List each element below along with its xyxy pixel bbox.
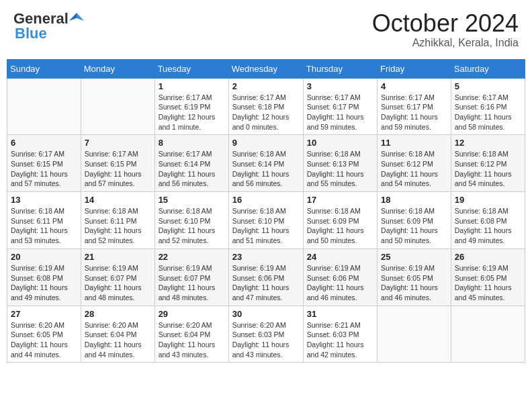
day-info: Sunrise: 6:18 AMSunset: 6:12 PMDaylight:… xyxy=(381,149,447,189)
day-info: Sunrise: 6:18 AMSunset: 6:13 PMDaylight:… xyxy=(307,149,373,189)
calendar-cell: 22Sunrise: 6:19 AMSunset: 6:07 PMDayligh… xyxy=(154,248,228,306)
day-info: Sunrise: 6:18 AMSunset: 6:12 PMDaylight:… xyxy=(455,149,521,189)
day-number: 24 xyxy=(307,252,373,262)
logo-bird-icon xyxy=(69,11,84,26)
calendar-cell: 3Sunrise: 6:17 AMSunset: 6:17 PMDaylight… xyxy=(303,78,377,135)
day-number: 8 xyxy=(159,138,225,148)
location-subtitle: Azhikkal, Kerala, India xyxy=(372,37,519,49)
day-info: Sunrise: 6:19 AMSunset: 6:08 PMDaylight:… xyxy=(11,263,77,303)
calendar-cell: 11Sunrise: 6:18 AMSunset: 6:12 PMDayligh… xyxy=(378,135,451,192)
day-info: Sunrise: 6:20 AMSunset: 6:03 PMDaylight:… xyxy=(232,320,300,360)
calendar-cell xyxy=(7,78,81,135)
day-number: 4 xyxy=(381,81,447,91)
day-info: Sunrise: 6:20 AMSunset: 6:04 PMDaylight:… xyxy=(85,320,151,360)
day-info: Sunrise: 6:17 AMSunset: 6:16 PMDaylight:… xyxy=(455,93,521,132)
day-number: 19 xyxy=(455,195,521,205)
calendar-cell xyxy=(81,78,154,135)
logo-blue-text: Blue xyxy=(15,25,47,42)
day-info: Sunrise: 6:18 AMSunset: 6:14 PMDaylight:… xyxy=(232,149,300,189)
calendar-header-row: SundayMondayTuesdayWednesdayThursdayFrid… xyxy=(7,59,525,78)
day-number: 13 xyxy=(11,195,77,205)
calendar-cell: 31Sunrise: 6:21 AMSunset: 6:03 PMDayligh… xyxy=(303,306,377,363)
calendar-cell: 20Sunrise: 6:19 AMSunset: 6:08 PMDayligh… xyxy=(7,248,81,306)
day-info: Sunrise: 6:17 AMSunset: 6:18 PMDaylight:… xyxy=(232,93,300,132)
day-number: 6 xyxy=(11,138,77,148)
day-info: Sunrise: 6:19 AMSunset: 6:06 PMDaylight:… xyxy=(232,263,300,303)
calendar-cell: 24Sunrise: 6:19 AMSunset: 6:06 PMDayligh… xyxy=(303,248,377,306)
day-info: Sunrise: 6:19 AMSunset: 6:07 PMDaylight:… xyxy=(159,263,225,303)
calendar-cell: 25Sunrise: 6:19 AMSunset: 6:05 PMDayligh… xyxy=(378,248,451,306)
day-of-week-header: Saturday xyxy=(451,59,525,78)
title-area: October 2024 Azhikkal, Kerala, India xyxy=(372,10,519,49)
day-number: 18 xyxy=(381,195,447,205)
day-info: Sunrise: 6:18 AMSunset: 6:10 PMDaylight:… xyxy=(159,206,225,246)
day-number: 3 xyxy=(307,81,373,91)
calendar-cell: 26Sunrise: 6:19 AMSunset: 6:05 PMDayligh… xyxy=(451,248,525,306)
calendar-cell: 8Sunrise: 6:17 AMSunset: 6:14 PMDaylight… xyxy=(154,135,228,192)
day-info: Sunrise: 6:21 AMSunset: 6:03 PMDaylight:… xyxy=(307,320,373,360)
day-info: Sunrise: 6:20 AMSunset: 6:04 PMDaylight:… xyxy=(159,320,225,360)
day-info: Sunrise: 6:19 AMSunset: 6:05 PMDaylight:… xyxy=(381,263,447,303)
calendar-cell: 6Sunrise: 6:17 AMSunset: 6:15 PMDaylight… xyxy=(7,135,81,192)
day-number: 1 xyxy=(159,81,225,91)
day-of-week-header: Friday xyxy=(378,59,451,78)
day-number: 26 xyxy=(455,252,521,262)
calendar-cell: 28Sunrise: 6:20 AMSunset: 6:04 PMDayligh… xyxy=(81,306,154,363)
calendar-cell: 21Sunrise: 6:19 AMSunset: 6:07 PMDayligh… xyxy=(81,248,154,306)
svg-marker-1 xyxy=(69,13,77,21)
day-number: 9 xyxy=(232,138,300,148)
calendar-cell: 5Sunrise: 6:17 AMSunset: 6:16 PMDaylight… xyxy=(451,78,525,135)
calendar-cell: 10Sunrise: 6:18 AMSunset: 6:13 PMDayligh… xyxy=(303,135,377,192)
day-info: Sunrise: 6:20 AMSunset: 6:05 PMDaylight:… xyxy=(11,320,77,360)
day-info: Sunrise: 6:18 AMSunset: 6:11 PMDaylight:… xyxy=(85,206,151,246)
day-number: 16 xyxy=(232,195,300,205)
day-info: Sunrise: 6:18 AMSunset: 6:10 PMDaylight:… xyxy=(232,206,300,246)
day-number: 31 xyxy=(307,309,373,319)
day-info: Sunrise: 6:17 AMSunset: 6:14 PMDaylight:… xyxy=(159,149,225,189)
day-number: 23 xyxy=(232,252,300,262)
day-info: Sunrise: 6:19 AMSunset: 6:05 PMDaylight:… xyxy=(455,263,521,303)
day-of-week-header: Wednesday xyxy=(228,59,303,78)
calendar-cell xyxy=(378,306,451,363)
calendar-cell: 2Sunrise: 6:17 AMSunset: 6:18 PMDaylight… xyxy=(228,78,303,135)
day-number: 14 xyxy=(85,195,151,205)
day-of-week-header: Thursday xyxy=(303,59,377,78)
calendar-cell: 29Sunrise: 6:20 AMSunset: 6:04 PMDayligh… xyxy=(154,306,228,363)
calendar-week-row: 27Sunrise: 6:20 AMSunset: 6:05 PMDayligh… xyxy=(7,306,525,363)
day-number: 12 xyxy=(455,138,521,148)
day-of-week-header: Sunday xyxy=(7,59,81,78)
calendar-cell: 30Sunrise: 6:20 AMSunset: 6:03 PMDayligh… xyxy=(228,306,303,363)
page-header: General Blue October 2024 Azhikkal, Kera… xyxy=(7,7,525,52)
calendar-cell: 17Sunrise: 6:18 AMSunset: 6:09 PMDayligh… xyxy=(303,192,377,249)
day-info: Sunrise: 6:17 AMSunset: 6:15 PMDaylight:… xyxy=(11,149,77,189)
day-info: Sunrise: 6:18 AMSunset: 6:11 PMDaylight:… xyxy=(11,206,77,246)
day-number: 20 xyxy=(11,252,77,262)
logo: General Blue xyxy=(13,10,85,42)
day-info: Sunrise: 6:17 AMSunset: 6:17 PMDaylight:… xyxy=(307,93,373,132)
day-info: Sunrise: 6:17 AMSunset: 6:17 PMDaylight:… xyxy=(381,93,447,132)
calendar-cell xyxy=(451,306,525,363)
calendar-cell: 18Sunrise: 6:18 AMSunset: 6:09 PMDayligh… xyxy=(378,192,451,249)
day-info: Sunrise: 6:18 AMSunset: 6:09 PMDaylight:… xyxy=(307,206,373,246)
calendar-table: SundayMondayTuesdayWednesdayThursdayFrid… xyxy=(7,59,525,363)
day-of-week-header: Tuesday xyxy=(154,59,228,78)
calendar-cell: 15Sunrise: 6:18 AMSunset: 6:10 PMDayligh… xyxy=(154,192,228,249)
month-title: October 2024 xyxy=(372,10,519,37)
day-number: 22 xyxy=(159,252,225,262)
day-info: Sunrise: 6:19 AMSunset: 6:06 PMDaylight:… xyxy=(307,263,373,303)
day-number: 30 xyxy=(232,309,300,319)
calendar-cell: 1Sunrise: 6:17 AMSunset: 6:19 PMDaylight… xyxy=(154,78,228,135)
calendar-week-row: 13Sunrise: 6:18 AMSunset: 6:11 PMDayligh… xyxy=(7,192,525,249)
calendar-cell: 13Sunrise: 6:18 AMSunset: 6:11 PMDayligh… xyxy=(7,192,81,249)
day-number: 25 xyxy=(381,252,447,262)
day-number: 2 xyxy=(232,81,300,91)
day-number: 29 xyxy=(159,309,225,319)
day-number: 28 xyxy=(85,309,151,319)
calendar-cell: 23Sunrise: 6:19 AMSunset: 6:06 PMDayligh… xyxy=(228,248,303,306)
calendar-week-row: 20Sunrise: 6:19 AMSunset: 6:08 PMDayligh… xyxy=(7,248,525,306)
calendar-week-row: 1Sunrise: 6:17 AMSunset: 6:19 PMDaylight… xyxy=(7,78,525,135)
day-number: 27 xyxy=(11,309,77,319)
calendar-week-row: 6Sunrise: 6:17 AMSunset: 6:15 PMDaylight… xyxy=(7,135,525,192)
svg-marker-0 xyxy=(77,13,84,21)
day-number: 5 xyxy=(455,81,521,91)
